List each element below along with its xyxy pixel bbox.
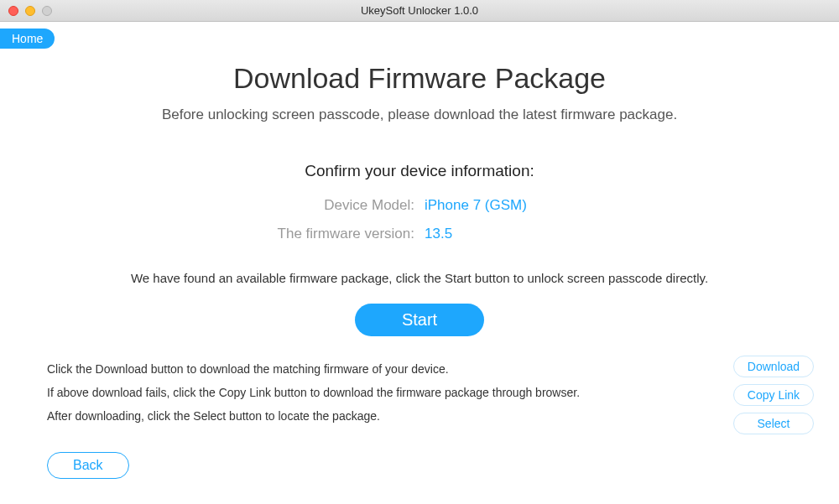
page-title: Download Firmware Package — [0, 62, 839, 95]
found-firmware-text: We have found an available firmware pack… — [0, 271, 839, 285]
home-tab[interactable]: Home — [0, 29, 55, 49]
start-button[interactable]: Start — [355, 304, 484, 336]
device-model-row: Device Model: iPhone 7 (GSM) — [0, 197, 839, 214]
titlebar: UkeySoft Unlocker 1.0.0 — [0, 0, 839, 22]
confirm-heading: Confirm your device information: — [0, 162, 839, 180]
window-title: UkeySoft Unlocker 1.0.0 — [0, 4, 839, 17]
instructions-block: Click the Download button to download th… — [47, 357, 580, 428]
maximize-icon[interactable] — [42, 6, 52, 16]
device-model-label: Device Model: — [263, 197, 414, 214]
minimize-icon[interactable] — [25, 6, 35, 16]
firmware-version-value[interactable]: 13.5 — [425, 226, 576, 242]
copy-link-button[interactable]: Copy Link — [733, 384, 814, 406]
firmware-version-row: The firmware version: 13.5 — [0, 226, 839, 242]
page-subtitle: Before unlocking screen passcode, please… — [0, 107, 839, 123]
firmware-version-label: The firmware version: — [263, 226, 414, 242]
main-content: Home Download Firmware Package Before un… — [0, 22, 839, 504]
download-button[interactable]: Download — [733, 356, 814, 377]
back-button[interactable]: Back — [47, 452, 129, 479]
instruction-line-1: Click the Download button to download th… — [47, 357, 580, 381]
traffic-lights — [0, 6, 52, 16]
instruction-line-2: If above download fails, click the Copy … — [47, 381, 580, 404]
select-button[interactable]: Select — [733, 413, 814, 434]
side-buttons: Download Copy Link Select — [733, 356, 814, 434]
content-area: Download Firmware Package Before unlocki… — [0, 22, 839, 336]
close-icon[interactable] — [8, 6, 18, 16]
device-model-value[interactable]: iPhone 7 (GSM) — [425, 197, 576, 214]
instruction-line-3: After downloading, click the Select butt… — [47, 404, 580, 428]
